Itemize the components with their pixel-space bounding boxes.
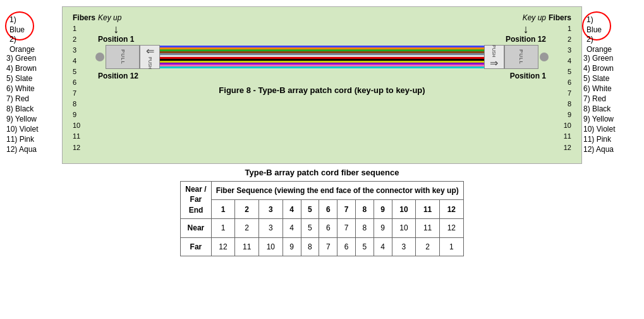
fiber-sequence-table: Near /FarEnd Fiber Sequence (viewing the… — [180, 181, 463, 248]
cell-near-8: 9 — [374, 218, 392, 237]
left-circle-item1: 1) Blue — [9, 15, 25, 34]
cell-near-4: 5 — [301, 218, 319, 237]
diagram-box: Fibers 1 2 3 4 5 6 7 8 9 10 11 12 Key up… — [62, 6, 582, 164]
cell-far-6: 6 — [337, 237, 356, 256]
left-push-arrow: ⇐ — [146, 45, 154, 57]
left-fiber-4: 4 — [73, 56, 76, 66]
right-legend-item-9: 9) Yellow — [582, 115, 639, 123]
cell-far-7: 5 — [355, 237, 374, 256]
right-position12-label: Position 12 — [506, 35, 546, 44]
left-position12-label: Position 12 — [98, 72, 138, 80]
left-legend-item-5: 5) Slate — [5, 74, 62, 83]
right-circle-item2: 2) Orange — [586, 35, 612, 54]
near-far-header: Near /FarEnd — [181, 181, 211, 218]
left-push-box: ⇐ PUSH — [140, 45, 160, 69]
keyup-row: Key up Key up — [95, 13, 549, 22]
col-header-11: 11 — [416, 200, 440, 219]
left-legend-item-9: 9) Yellow — [5, 115, 62, 123]
cell-far-2: 10 — [259, 237, 283, 256]
left-connector-pull: PULL — [106, 45, 140, 69]
left-fiber-6: 6 — [73, 77, 76, 88]
right-legend-item-3: 3) Green — [582, 54, 639, 63]
right-legend-item-6: 6) White — [582, 84, 639, 93]
cell-near-5: 6 — [319, 218, 337, 237]
left-fiber-10: 10 — [73, 120, 80, 131]
right-fiber-col: Fibers 1 2 3 4 5 6 7 8 9 10 11 12 — [549, 13, 571, 153]
diagram-center: Key up Key up ↓ Position 1 ↓ Position 12 — [95, 13, 549, 95]
right-fiber-12: 12 — [564, 142, 571, 153]
left-legend-item-4: 4) Brown — [5, 64, 62, 73]
col-header-6: 6 — [319, 200, 337, 219]
right-legend-item-7: 7) Red — [582, 94, 639, 103]
right-pull-text: PULL — [518, 49, 524, 65]
right-legend-item-5: 5) Slate — [582, 74, 639, 83]
right-connector-pull: PULL — [504, 45, 538, 69]
right-legend-item-10: 10) Violet — [582, 125, 639, 134]
left-position1-label: Position 1 — [98, 35, 134, 44]
right-circle-badge: 1) Blue 2) Orange — [582, 11, 611, 41]
cell-far-8: 4 — [374, 237, 392, 256]
col-header-5: 5 — [301, 200, 319, 219]
right-fiber-5: 5 — [568, 66, 571, 77]
cell-far-3: 9 — [283, 237, 301, 256]
figure-caption: Figure 8 - Type-B array patch cord (key-… — [219, 85, 425, 95]
cell-far-9: 3 — [392, 237, 416, 256]
right-fiber-9: 9 — [568, 109, 571, 120]
cell-far-4: 8 — [301, 237, 319, 256]
col-header-9: 9 — [374, 200, 392, 219]
right-legend-item-11: 11) Pink — [582, 135, 639, 144]
left-fiber-7: 7 — [73, 88, 76, 99]
right-fiber-6: 6 — [568, 77, 571, 88]
right-pin — [540, 53, 549, 61]
left-keyup-label: Key up — [98, 13, 121, 22]
col-header-10: 10 — [392, 200, 416, 219]
left-fiber-col: Fibers 1 2 3 4 5 6 7 8 9 10 11 12 — [73, 13, 95, 153]
left-legend-item-12: 12) Aqua — [5, 145, 62, 154]
right-fiber-7: 7 — [568, 88, 571, 99]
left-fiber-3: 3 — [73, 45, 76, 56]
left-legend: 1) Blue 2) Orange 3) Green 4) Brown 5) S… — [5, 6, 62, 155]
right-arrow-down: ↓ — [523, 23, 528, 35]
main-content: Fibers 1 2 3 4 5 6 7 8 9 10 11 12 Key up… — [62, 6, 582, 248]
left-fiber-9: 9 — [73, 109, 76, 120]
cell-near-10: 11 — [416, 218, 440, 237]
col-header-1: 1 — [211, 200, 235, 219]
row-label-far: Far — [181, 237, 211, 256]
right-push-arrow: ⇒ — [490, 57, 498, 69]
cell-far-1: 11 — [235, 237, 259, 256]
cell-far-10: 2 — [416, 237, 440, 256]
fiber-bundle — [160, 45, 484, 69]
cell-far-11: 1 — [439, 237, 463, 256]
cell-near-6: 7 — [337, 218, 356, 237]
cell-far-0: 12 — [211, 237, 235, 256]
left-fiber-12: 12 — [73, 142, 80, 153]
table-row-far: Far121110987654321 — [181, 237, 463, 256]
table-title: Type-B array patch cord fiber sequence — [245, 168, 399, 177]
right-push-box: PUSH ⇒ — [484, 45, 504, 69]
right-keyup-label: Key up — [523, 13, 546, 22]
left-fiber-11: 11 — [73, 131, 80, 142]
left-legend-item-6: 6) White — [5, 84, 62, 93]
right-fiber-11: 11 — [564, 131, 571, 142]
right-fiber-3: 3 — [568, 45, 571, 56]
table-row-near: Near123456789101112 — [181, 218, 463, 237]
right-position1-label: Position 1 — [510, 72, 546, 80]
left-fiber-5: 5 — [73, 66, 76, 77]
left-push-text: PUSH — [148, 57, 152, 69]
fiber-seq-header: Fiber Sequence (viewing the end face of … — [211, 181, 463, 200]
right-fiber-2: 2 — [568, 34, 571, 45]
right-fiber-4: 4 — [568, 56, 571, 66]
left-legend-item-10: 10) Violet — [5, 125, 62, 134]
left-pin — [95, 53, 104, 61]
left-fiber-8: 8 — [73, 99, 76, 109]
col-header-4: 4 — [283, 200, 301, 219]
right-circle-item1: 1) Blue — [586, 15, 602, 34]
cell-near-9: 10 — [392, 218, 416, 237]
cell-near-11: 12 — [439, 218, 463, 237]
col-header-7: 7 — [337, 200, 356, 219]
right-fiber-10: 10 — [564, 120, 571, 131]
bottom-position-row: Position 12 Position 1 — [95, 72, 549, 80]
cell-near-7: 8 — [355, 218, 374, 237]
cell-near-3: 4 — [283, 218, 301, 237]
cell-near-1: 2 — [235, 218, 259, 237]
